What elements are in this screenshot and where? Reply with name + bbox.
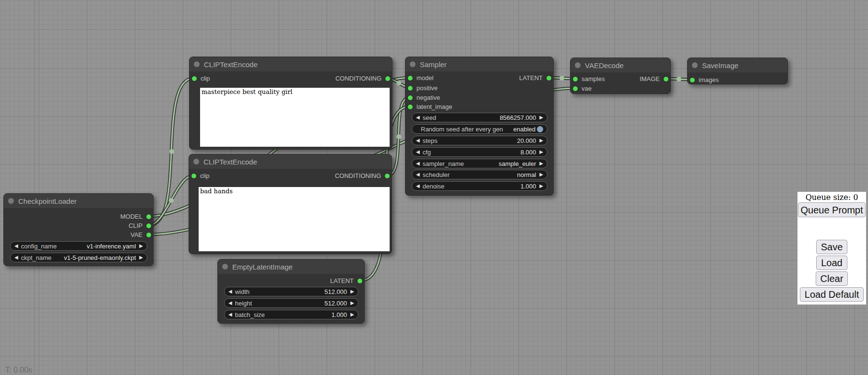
node-saveimage[interactable]: SaveImage images — [687, 58, 788, 84]
decrement-arrow-icon[interactable]: ◀ — [416, 113, 420, 122]
output-dot-icon[interactable] — [385, 174, 390, 178]
widget-width[interactable]: ◀ width 512.000 ▶ — [224, 287, 358, 296]
clear-button[interactable]: Clear — [816, 271, 848, 286]
slot-label: MODEL — [120, 213, 143, 220]
increment-arrow-icon[interactable]: ▶ — [139, 242, 143, 250]
output-slot-vae: VAE — [4, 231, 153, 239]
save-button[interactable]: Save — [816, 240, 848, 254]
output-slot-conditioning: CONDITIONING — [190, 74, 392, 83]
widget-sampler-name[interactable]: ◀ sampler_name sample_euler ▶ — [412, 159, 547, 168]
decrement-arrow-icon[interactable]: ◀ — [416, 182, 420, 190]
increment-arrow-icon[interactable]: ▶ — [350, 310, 354, 319]
widget-value: v1-inference.yaml — [87, 243, 136, 250]
collapse-dot-icon[interactable] — [410, 61, 416, 67]
widget-scheduler[interactable]: ◀ scheduler normal ▶ — [412, 170, 547, 179]
input-dot-icon[interactable] — [573, 86, 578, 91]
increment-arrow-icon[interactable]: ▶ — [350, 287, 354, 296]
increment-arrow-icon[interactable]: ▶ — [539, 159, 543, 168]
decrement-arrow-icon[interactable]: ◀ — [14, 242, 18, 250]
node-title: CheckpointLoader — [18, 197, 77, 205]
node-titlebar[interactable]: VAEDecode — [571, 58, 670, 72]
decrement-arrow-icon[interactable]: ◀ — [416, 170, 420, 179]
collapse-dot-icon[interactable] — [193, 159, 199, 164]
decrement-arrow-icon[interactable]: ◀ — [416, 159, 420, 168]
collapse-dot-icon[interactable] — [222, 264, 228, 270]
decrement-arrow-icon[interactable]: ◀ — [416, 136, 420, 145]
load-default-button[interactable]: Load Default — [800, 287, 864, 302]
node-title: CLIPTextEncode — [204, 60, 258, 69]
input-dot-icon[interactable] — [690, 78, 695, 82]
input-slot-negative: negative — [405, 94, 553, 102]
slot-label: IMAGE — [640, 75, 660, 82]
prompt-textarea[interactable]: bad hands — [199, 187, 390, 251]
increment-arrow-icon[interactable]: ▶ — [539, 136, 543, 145]
output-dot-icon[interactable] — [547, 76, 551, 81]
widget-value: 512.000 — [324, 288, 347, 295]
prompt-textarea[interactable]: masterpiece best quality girl — [200, 88, 390, 147]
node-cliptextencode-positive[interactable]: CLIPTextEncode clip CONDITIONING masterp… — [189, 57, 392, 150]
input-dot-icon[interactable] — [408, 86, 413, 91]
output-dot-icon[interactable] — [385, 76, 390, 81]
widget-batch-size[interactable]: ◀ batch_size 1.000 ▶ — [224, 310, 358, 319]
decrement-arrow-icon[interactable]: ◀ — [14, 253, 18, 262]
node-checkpointloader[interactable]: CheckpointLoader MODEL CLIP VAE ◀ config… — [3, 193, 154, 266]
widget-value: 1.000 — [332, 311, 347, 318]
widget-value: 8.000 — [521, 149, 536, 156]
widget-seed[interactable]: ◀ seed 8566257.000 ▶ — [412, 113, 547, 122]
widget-steps[interactable]: ◀ steps 20.000 ▶ — [412, 136, 547, 145]
output-dot-icon[interactable] — [146, 214, 151, 219]
widget-name: config_name — [21, 243, 57, 250]
output-dot-icon[interactable] — [664, 77, 668, 82]
node-titlebar[interactable]: CLIPTextEncode — [190, 57, 392, 71]
node-cliptextencode-negative[interactable]: CLIPTextEncode clip CONDITIONING bad han… — [189, 154, 392, 254]
widget-config-name[interactable]: ◀ config_name v1-inference.yaml ▶ — [10, 241, 147, 251]
queue-size-label: Queue size: 0 — [806, 193, 858, 202]
output-dot-icon[interactable] — [146, 233, 151, 237]
increment-arrow-icon[interactable]: ▶ — [539, 148, 543, 156]
increment-arrow-icon[interactable]: ▶ — [139, 253, 143, 262]
node-emptylatentimage[interactable]: EmptyLatentImage LATENT ◀ width 512.000 … — [217, 259, 365, 324]
graph-canvas[interactable]: { "canvas": { "render_time": "T: 0.00s" … — [0, 0, 868, 375]
queue-prompt-button[interactable]: Queue Prompt — [798, 202, 866, 217]
node-titlebar[interactable]: CheckpointLoader — [4, 194, 153, 208]
slot-label: negative — [416, 94, 440, 101]
slot-label: CONDITIONING — [335, 75, 381, 82]
decrement-arrow-icon[interactable]: ◀ — [416, 148, 420, 156]
increment-arrow-icon[interactable]: ▶ — [539, 170, 543, 179]
output-dot-icon[interactable] — [146, 223, 151, 228]
node-titlebar[interactable]: CLIPTextEncode — [189, 154, 392, 169]
widget-value: v1-5-pruned-emaonly.ckpt — [64, 254, 136, 261]
output-dot-icon[interactable] — [357, 279, 362, 283]
collapse-dot-icon[interactable] — [575, 62, 581, 68]
widget-random-seed-toggle[interactable]: Random seed after every gen enabled — [412, 124, 547, 134]
widget-cfg[interactable]: ◀ cfg 8.000 ▶ — [412, 147, 547, 157]
toggle-icon[interactable] — [537, 126, 543, 132]
widget-value: normal — [517, 171, 536, 178]
node-titlebar[interactable]: Sampler — [405, 57, 553, 71]
node-titlebar[interactable]: SaveImage — [688, 58, 787, 72]
collapse-dot-icon[interactable] — [692, 62, 698, 68]
collapse-dot-icon[interactable] — [8, 198, 14, 204]
decrement-arrow-icon[interactable]: ◀ — [228, 299, 232, 307]
input-slot-images: images — [688, 76, 787, 84]
node-title: EmptyLatentImage — [232, 263, 293, 271]
output-slot-latent: LATENT — [405, 74, 553, 82]
load-button[interactable]: Load — [816, 256, 847, 270]
widget-height[interactable]: ◀ height 512.000 ▶ — [224, 298, 358, 308]
input-dot-icon[interactable] — [408, 105, 413, 109]
node-sampler[interactable]: Sampler model LATENT positive negative l… — [405, 57, 554, 196]
widget-ckpt-name[interactable]: ◀ ckpt_name v1-5-pruned-emaonly.ckpt ▶ — [10, 253, 147, 262]
node-title: Sampler — [420, 60, 447, 69]
input-dot-icon[interactable] — [408, 95, 413, 100]
increment-arrow-icon[interactable]: ▶ — [539, 182, 543, 190]
node-vaedecode[interactable]: VAEDecode samples IMAGE vae — [570, 58, 671, 94]
decrement-arrow-icon[interactable]: ◀ — [228, 310, 232, 319]
widget-value: sample_euler — [499, 160, 536, 167]
collapse-dot-icon[interactable] — [194, 61, 200, 67]
slot-label: CLIP — [129, 222, 143, 229]
decrement-arrow-icon[interactable]: ◀ — [228, 287, 232, 296]
widget-denoise[interactable]: ◀ denoise 1.000 ▶ — [412, 181, 547, 191]
node-titlebar[interactable]: EmptyLatentImage — [218, 259, 364, 274]
increment-arrow-icon[interactable]: ▶ — [350, 299, 354, 307]
increment-arrow-icon[interactable]: ▶ — [539, 113, 543, 122]
